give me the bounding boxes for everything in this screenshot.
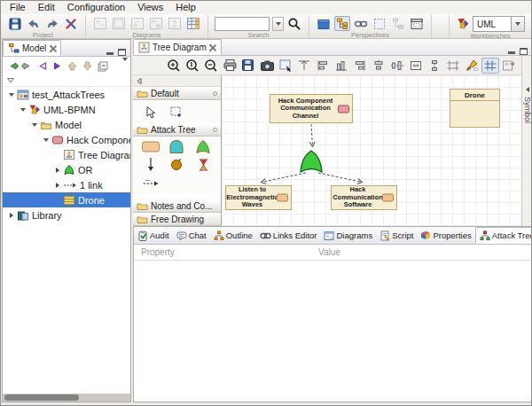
zoom-out-icon[interactable] <box>202 58 220 74</box>
expander-open-icon[interactable] <box>29 123 40 127</box>
table-diagram-icon[interactable] <box>185 16 201 31</box>
expander-open-icon[interactable] <box>18 108 28 112</box>
print-icon[interactable] <box>221 58 239 74</box>
expand-left-icon[interactable] <box>524 86 531 93</box>
settings-wrench-icon[interactable] <box>63 16 79 31</box>
chevron-down-icon[interactable] <box>6 77 15 84</box>
workbench-dropdown-button[interactable] <box>512 16 525 32</box>
tab-attack-tree[interactable]: Attack Tree <box>475 227 532 244</box>
undo-button[interactable] <box>26 16 42 31</box>
horizontal-scrollbar[interactable] <box>3 394 130 402</box>
expander-open-icon[interactable] <box>6 93 17 97</box>
menu-configuration[interactable]: Configuration <box>61 1 131 14</box>
tab-diagrams[interactable]: Diagrams <box>320 227 376 244</box>
tab-model[interactable]: Model <box>3 40 61 56</box>
nav-back-icon[interactable] <box>5 59 19 73</box>
expander-closed-icon[interactable] <box>52 168 63 173</box>
attack-root-node[interactable]: Hack Component Communication Channel <box>270 94 353 123</box>
pin-icon[interactable] <box>213 91 217 96</box>
align-left-icon[interactable] <box>314 58 332 74</box>
zoom-reset-icon[interactable] <box>184 58 201 74</box>
enhance-brush-icon[interactable] <box>463 58 481 74</box>
tree-row-links[interactable]: 1 link <box>3 177 130 192</box>
move-up-icon[interactable] <box>66 59 79 73</box>
collapse-all-icon[interactable] <box>96 59 109 73</box>
center-horizontal-icon[interactable] <box>388 58 406 74</box>
or-gate-node[interactable] <box>298 149 325 176</box>
diagram-type-3-icon[interactable] <box>129 16 145 31</box>
attack-leaf-node-1[interactable]: Listen to Electromagnetic Waves <box>225 185 292 210</box>
perspective-box-icon[interactable] <box>316 16 332 31</box>
search-dropdown-button[interactable] <box>272 17 284 31</box>
or-gate-tool[interactable] <box>192 138 214 155</box>
tab-outline[interactable]: Outline <box>210 227 256 244</box>
new-diagram-icon[interactable] <box>92 16 108 31</box>
tree-row-project[interactable]: test_AttackTrees <box>3 87 130 102</box>
maximize-icon[interactable] <box>118 49 126 56</box>
perspective-outline-icon[interactable] <box>390 16 406 31</box>
link-tool[interactable] <box>140 175 161 191</box>
tree-row-drone[interactable]: Drone <box>3 192 130 207</box>
capture-selection-icon[interactable] <box>277 58 294 74</box>
tree-row-library[interactable]: Library <box>3 207 130 223</box>
tree-row-uml-bpmn[interactable]: UML-BPMN <box>3 102 130 117</box>
tab-chat[interactable]: Chat <box>173 227 210 244</box>
menu-file[interactable]: File <box>4 1 32 14</box>
tab-links-editor[interactable]: Links Editor <box>256 227 321 244</box>
perspective-canvas-icon[interactable] <box>372 16 387 31</box>
diagram-canvas[interactable]: Hack Component Communication Channel Dro… <box>222 75 521 226</box>
palette-section-free-drawing[interactable]: Free Drawing <box>133 213 221 226</box>
search-icon[interactable] <box>286 16 302 31</box>
tab-properties[interactable]: Properties <box>417 227 474 244</box>
palette-section-attack-tree[interactable]: Attack Tree <box>133 123 221 137</box>
diagram-type-4-icon[interactable] <box>148 16 164 31</box>
redo-button[interactable] <box>44 16 60 31</box>
distribute-icon[interactable] <box>426 58 443 74</box>
expander-open-icon[interactable] <box>41 138 51 142</box>
nav-forward-icon[interactable] <box>20 59 34 73</box>
maximize-icon[interactable] <box>520 48 528 55</box>
tree-row-hack-component[interactable]: Hack Component Cor <box>3 132 130 147</box>
countermeasure-tool[interactable] <box>166 156 187 173</box>
align-bottom-chart-icon[interactable] <box>332 58 350 74</box>
pin-icon[interactable] <box>213 128 217 132</box>
capture-camera-icon[interactable] <box>258 58 276 74</box>
perspective-links-icon[interactable] <box>353 16 369 31</box>
collapse-left-icon[interactable] <box>136 77 143 85</box>
value-column-header[interactable]: Value <box>318 247 340 257</box>
scrollbar-thumb[interactable] <box>4 394 79 401</box>
minimize-icon[interactable] <box>106 51 113 55</box>
palette-section-default[interactable]: Default <box>133 87 221 100</box>
symbol-sidebar-label[interactable]: Symbol <box>523 97 532 123</box>
history-forward-icon[interactable] <box>51 59 64 73</box>
diagram-type-5-icon[interactable] <box>167 16 183 31</box>
save-button[interactable] <box>7 16 23 31</box>
property-column-header[interactable]: Property <box>134 247 318 257</box>
tree-row-tree-diagram[interactable]: Tree Diagram <box>3 147 130 162</box>
expander-closed-icon[interactable] <box>6 213 17 218</box>
search-input[interactable] <box>215 17 270 31</box>
palette-section-notes[interactable]: Notes and Co... <box>133 199 221 213</box>
close-icon[interactable] <box>49 44 56 51</box>
tab-audit[interactable]: Audit <box>134 227 173 244</box>
perspective-window-icon[interactable] <box>409 16 425 31</box>
tree-row-model[interactable]: Model <box>3 117 130 132</box>
timer-tool[interactable] <box>192 156 214 173</box>
view-menu-icon[interactable] <box>122 61 128 72</box>
tab-script[interactable]: Script <box>376 227 417 244</box>
workbench-select[interactable]: UML <box>473 16 525 32</box>
arrow-connector-tool[interactable] <box>140 156 161 173</box>
marquee-select-tool[interactable] <box>166 104 187 121</box>
fit-grid-icon[interactable] <box>444 58 462 74</box>
same-size-icon[interactable] <box>407 58 425 74</box>
property-table-body[interactable] <box>134 261 531 402</box>
save-diagram-icon[interactable] <box>239 58 257 74</box>
align-text-top-icon[interactable] <box>295 58 313 74</box>
menu-help[interactable]: Help <box>169 1 202 14</box>
and-gate-tool[interactable] <box>166 138 187 155</box>
diagram-type-2-icon[interactable] <box>111 16 127 31</box>
history-back-icon[interactable] <box>35 59 49 73</box>
align-right-icon[interactable] <box>351 58 369 74</box>
center-vertical-icon[interactable] <box>370 58 387 74</box>
expander-closed-icon[interactable] <box>52 183 63 188</box>
